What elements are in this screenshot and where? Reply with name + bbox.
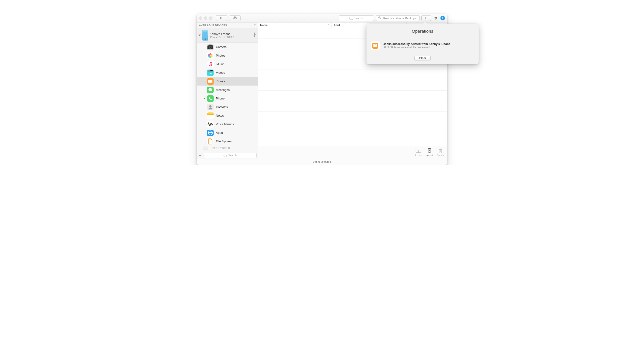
help-icon: ? bbox=[442, 17, 444, 20]
sidebar-item-label: Apps bbox=[216, 131, 223, 135]
music-icon bbox=[207, 61, 214, 68]
search-icon bbox=[224, 154, 226, 157]
toolbar-search-input[interactable]: Search bbox=[339, 15, 374, 21]
table-row bbox=[258, 132, 447, 143]
table-row bbox=[258, 101, 447, 112]
photos-icon bbox=[207, 52, 214, 59]
svg-point-25 bbox=[209, 105, 212, 108]
close-window-icon[interactable] bbox=[199, 17, 202, 20]
add-button[interactable]: ＋ bbox=[198, 153, 202, 157]
svg-rect-8 bbox=[209, 45, 212, 46]
operation-subtitle: 30 of 30 items successfully processed. bbox=[383, 46, 450, 49]
sidebar-item-photos[interactable]: Photos bbox=[197, 51, 258, 60]
svg-rect-34 bbox=[208, 132, 212, 133]
sidebar-item-music[interactable]: Music bbox=[197, 60, 258, 68]
sidebar-item-videos[interactable]: Videos bbox=[197, 68, 258, 77]
sidebar-header-label: Available Devices bbox=[199, 24, 227, 27]
svg-rect-40 bbox=[440, 149, 441, 149]
svg-rect-19 bbox=[210, 71, 211, 71]
sidebar-item-voicememos[interactable]: Voice Memos bbox=[197, 120, 258, 128]
import-button[interactable]: Import bbox=[426, 148, 433, 157]
column-header-name[interactable]: Name ⌃ bbox=[258, 23, 332, 28]
sidebar-search-input[interactable]: Search bbox=[204, 153, 257, 158]
column-label: Name bbox=[260, 24, 268, 27]
device-name: Kenny's iPhone bbox=[210, 32, 234, 36]
transfer-icon: ↓↑ bbox=[424, 16, 428, 20]
divider bbox=[371, 53, 474, 53]
action-label: Import bbox=[426, 154, 433, 157]
svg-rect-30 bbox=[208, 117, 212, 117]
export-button[interactable]: Export bbox=[415, 148, 422, 157]
sidebar-item-filesystem[interactable]: File System bbox=[197, 137, 258, 146]
device-icon bbox=[202, 30, 208, 41]
svg-point-14 bbox=[208, 54, 210, 56]
table-row bbox=[258, 112, 447, 122]
camera-icon bbox=[207, 44, 214, 50]
filesystem-icon bbox=[207, 138, 214, 145]
operations-popover: Operations Books successfully deleted fr… bbox=[366, 24, 478, 64]
toolbar-search-placeholder: Search bbox=[354, 17, 363, 20]
svg-rect-29 bbox=[208, 116, 212, 116]
column-label: Artist bbox=[334, 24, 340, 27]
sidebar-item-label: Camera bbox=[216, 45, 226, 49]
refresh-button[interactable]: ⟳ bbox=[216, 15, 227, 21]
svg-point-2 bbox=[254, 37, 255, 37]
sidebar-item-ibooks[interactable]: iBooks bbox=[197, 77, 258, 86]
phone-icon bbox=[207, 95, 214, 102]
sidebar-item-label: Messages bbox=[216, 88, 230, 92]
transfer-button[interactable]: ↓↑ bbox=[422, 15, 431, 21]
apps-icon bbox=[207, 130, 214, 136]
delete-button[interactable]: Delete bbox=[437, 148, 444, 157]
status-text: 0 of 0 selected bbox=[313, 160, 331, 163]
svg-rect-39 bbox=[439, 149, 442, 150]
sidebar-item-contacts[interactable]: Contacts bbox=[197, 103, 258, 111]
chevron-right-icon[interactable] bbox=[204, 98, 205, 100]
wifi-icon bbox=[434, 16, 438, 21]
sidebar-item-apps[interactable]: Apps bbox=[197, 128, 258, 137]
svg-rect-18 bbox=[210, 71, 210, 71]
svg-rect-17 bbox=[208, 71, 209, 71]
help-button[interactable]: ? bbox=[440, 16, 445, 21]
backups-button[interactable]: Kenny's iPhone Backups bbox=[376, 15, 420, 21]
sidebar-item-notes[interactable]: Notes bbox=[197, 111, 258, 120]
sidebar-item-messages[interactable]: Messages bbox=[197, 86, 258, 94]
device-row[interactable]: Kenny's iPhone iPhone 7 - iOS 10.3.2 bbox=[197, 28, 258, 43]
voicememos-icon bbox=[207, 121, 214, 128]
sidebar-item-label: Voice Memos bbox=[216, 122, 234, 126]
sidebar-nav: Camera Photos Music bbox=[197, 43, 258, 152]
eye-icon bbox=[232, 16, 237, 20]
operation-entry: Books successfully deleted from Kenny's … bbox=[371, 40, 474, 53]
zoom-window-icon[interactable] bbox=[209, 17, 212, 20]
action-label: Export bbox=[415, 154, 422, 157]
sort-indicator-icon: ⌃ bbox=[328, 24, 330, 27]
quicklook-button[interactable] bbox=[229, 15, 241, 21]
clear-button[interactable]: Clear bbox=[414, 56, 430, 61]
svg-rect-36 bbox=[418, 152, 419, 153]
action-label: Delete bbox=[437, 154, 444, 157]
status-bar: 0 of 0 selected bbox=[197, 159, 447, 165]
sidebar: Available Devices 2 Kenny's iPhone iPhon… bbox=[197, 23, 258, 159]
sidebar-item-device-partial[interactable]: Tim's iPhone 8 bbox=[197, 146, 258, 150]
ibooks-icon bbox=[207, 78, 214, 85]
messages-icon bbox=[207, 87, 214, 93]
sidebar-item-camera[interactable]: Camera bbox=[197, 43, 258, 51]
search-icon bbox=[349, 17, 352, 20]
videos-icon bbox=[207, 70, 214, 76]
backups-label: Kenny's iPhone Backups bbox=[384, 17, 416, 20]
sidebar-item-label: Contacts bbox=[216, 105, 228, 109]
device-icon bbox=[203, 146, 208, 150]
minimize-window-icon[interactable] bbox=[204, 17, 207, 20]
sidebar-item-label: Music bbox=[216, 62, 224, 66]
sidebar-header: Available Devices 2 bbox=[197, 23, 258, 28]
table-row bbox=[258, 91, 447, 101]
chevron-down-icon[interactable] bbox=[198, 35, 201, 36]
sidebar-item-label: File System bbox=[216, 140, 232, 143]
sidebar-item-label: Tim's iPhone 8 bbox=[210, 146, 230, 150]
svg-point-1 bbox=[436, 19, 436, 20]
history-icon bbox=[378, 16, 382, 21]
sidebar-item-label: Videos bbox=[216, 71, 225, 75]
refresh-icon: ⟳ bbox=[220, 16, 223, 20]
sidebar-item-phone[interactable]: Phone bbox=[197, 94, 258, 103]
svg-rect-20 bbox=[212, 71, 212, 71]
wifi-button[interactable] bbox=[433, 16, 438, 21]
